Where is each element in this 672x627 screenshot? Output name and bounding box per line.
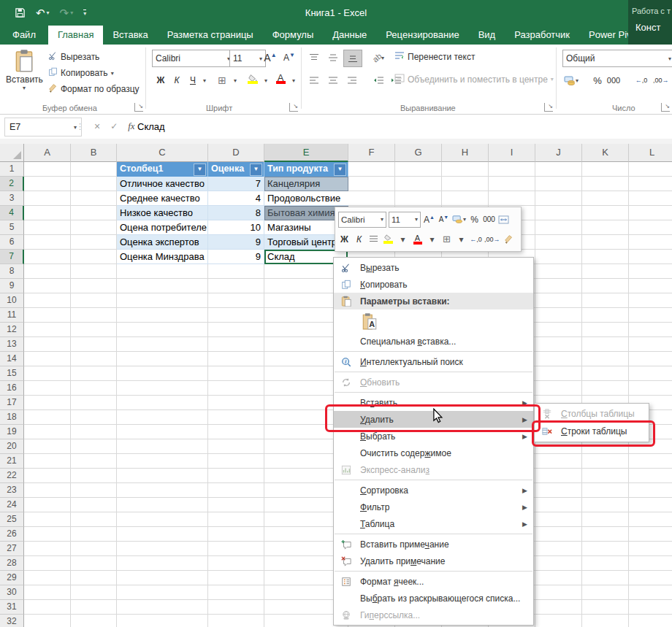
row-header-11[interactable]: 11 [0, 308, 24, 323]
tab-разработчик[interactable]: Разработчик [505, 26, 579, 45]
context-menu-item-copy[interactable]: Копировать [334, 276, 533, 293]
context-menu-item-insert[interactable]: Вставить▶ [334, 394, 533, 411]
tab-разметка-страницы[interactable]: Разметка страницы [158, 26, 263, 45]
row-header-25[interactable]: 25 [0, 512, 24, 527]
context-menu-item-sort[interactable]: Сортировка▶ [334, 482, 533, 499]
row-header-1[interactable]: 1 [0, 162, 24, 177]
mini-font-name-combo[interactable]: Calibri▾ [338, 212, 386, 228]
enter-icon[interactable]: ✓ [110, 121, 118, 131]
row-header-21[interactable]: 21 [0, 454, 24, 469]
row-header-29[interactable]: 29 [0, 571, 24, 585]
row-header-28[interactable]: 28 [0, 556, 24, 571]
clipboard-dialog-launcher-icon[interactable]: ↘ [134, 103, 143, 112]
tab-главная[interactable]: Главная [48, 26, 103, 45]
context-menu-item-insert-comment[interactable]: Вставить примечание [334, 536, 533, 553]
row-header-22[interactable]: 22 [0, 469, 24, 483]
align-center-button[interactable] [324, 72, 342, 88]
bold-button[interactable]: Ж [152, 72, 169, 88]
alignment-dialog-launcher-icon[interactable]: ↘ [544, 103, 553, 112]
customize-qat-button[interactable]: ▾ [83, 9, 86, 17]
row-header-17[interactable]: 17 [0, 396, 24, 410]
mini-bold-button[interactable]: Ж [338, 232, 351, 247]
column-header-a[interactable]: A [24, 144, 71, 162]
mini-percent-button[interactable]: % [468, 212, 481, 227]
mini-comma-button[interactable]: 000 [483, 212, 495, 227]
mini-decrease-font-button[interactable]: А▼ [438, 212, 450, 227]
italic-button[interactable]: К [168, 72, 186, 88]
decrease-indent-button[interactable] [370, 72, 387, 88]
table-cell[interactable]: Среднее качество [117, 191, 208, 206]
tab-формулы[interactable]: Формулы [263, 26, 324, 45]
align-right-button[interactable] [343, 72, 361, 88]
filter-dropdown-icon[interactable]: ▼ [250, 164, 262, 176]
tab-рецензирование[interactable]: Рецензирование [376, 26, 468, 45]
row-header-10[interactable]: 10 [0, 293, 24, 308]
cut-button[interactable]: Вырезать [48, 51, 99, 63]
row-header-14[interactable]: 14 [0, 352, 24, 366]
mini-increase-decimal-button[interactable]: ←,0 [470, 232, 482, 247]
insert-function-icon[interactable]: fx [128, 120, 134, 132]
accounting-format-button[interactable]: ▾ [562, 72, 580, 88]
row-header-7[interactable]: 7 [0, 250, 24, 264]
column-header-k[interactable]: K [582, 144, 629, 162]
context-menu-item-pick-from-list[interactable]: Выбрать из раскрывающегося списка... [334, 590, 533, 607]
mini-italic-button[interactable]: К [353, 232, 365, 247]
row-header-6[interactable]: 6 [0, 235, 24, 250]
row-header-27[interactable]: 27 [0, 542, 24, 556]
filter-dropdown-icon[interactable]: ▼ [194, 164, 206, 176]
table-cell[interactable]: 8 [208, 206, 264, 220]
increase-decimal-button[interactable]: ←,0 [633, 72, 650, 88]
row-header-16[interactable]: 16 [0, 381, 24, 396]
number-dialog-launcher-icon[interactable]: ↘ [661, 103, 670, 112]
column-header-h[interactable]: H [442, 144, 489, 162]
table-cell[interactable]: Оцена потребителе [117, 220, 208, 235]
select-all-button[interactable] [0, 144, 24, 162]
column-header-i[interactable]: I [489, 144, 535, 162]
row-header-19[interactable]: 19 [0, 425, 24, 439]
row-header-2[interactable]: 2 [0, 177, 24, 191]
row-header-30[interactable]: 30 [0, 585, 24, 600]
number-format-combo[interactable]: Общий▾ [562, 50, 672, 67]
row-header-13[interactable]: 13 [0, 337, 24, 352]
font-size-combo[interactable]: 11▾ [229, 50, 266, 67]
row-header-5[interactable]: 5 [0, 220, 24, 235]
column-header-b[interactable]: B [71, 144, 117, 162]
mini-merge-center-icon[interactable] [497, 212, 510, 227]
table-cell[interactable]: 9 [208, 250, 264, 264]
row-header-26[interactable]: 26 [0, 527, 24, 542]
row-header-24[interactable]: 24 [0, 498, 24, 512]
font-dialog-launcher-icon[interactable]: ↘ [289, 103, 298, 112]
format-painter-button[interactable]: Формат по образцу [48, 83, 140, 95]
cancel-icon[interactable]: × [94, 120, 100, 132]
name-box[interactable]: E7 ▾ [4, 118, 82, 136]
mini-format-painter-icon[interactable] [503, 232, 515, 247]
mini-borders-dropdown-icon[interactable]: ▾ [455, 232, 467, 247]
context-menu-item-format-cells[interactable]: Формат ячеек... [334, 573, 533, 590]
tab-constructor[interactable]: Конст [635, 22, 672, 33]
mini-font-size-combo[interactable]: 11▾ [389, 212, 421, 228]
context-menu-item-smart-lookup[interactable]: iИнтеллектуальный поиск [334, 353, 533, 370]
column-header-e[interactable]: E [264, 144, 348, 162]
context-menu-item-clear-contents[interactable]: Очистить содержимое [334, 445, 533, 461]
align-top-button[interactable] [305, 50, 323, 66]
column-header-l[interactable]: L [629, 144, 672, 162]
underline-dropdown-icon[interactable]: ▾ [196, 72, 213, 88]
row-header-12[interactable]: 12 [0, 323, 24, 337]
font-name-combo[interactable]: Calibri▾ [152, 50, 234, 67]
table-cell[interactable]: 9 [208, 235, 264, 250]
row-header-18[interactable]: 18 [0, 410, 24, 425]
row-header-9[interactable]: 9 [0, 279, 24, 293]
mini-fill-color-dropdown-icon[interactable]: ▾ [397, 232, 409, 247]
wrap-text-button[interactable]: Перенести текст [394, 51, 475, 62]
mini-decrease-decimal-button[interactable]: ,00→ [484, 232, 500, 247]
tab-данные[interactable]: Данные [323, 26, 376, 45]
mini-accounting-icon[interactable]: ▾ [452, 212, 466, 227]
mini-fill-color-button[interactable] [382, 232, 394, 247]
table-cell[interactable]: 10 [208, 220, 264, 235]
formula-input[interactable]: Склад [137, 118, 165, 135]
row-header-32[interactable]: 32 [0, 615, 24, 627]
table-cell[interactable]: Оценка экспертов [117, 235, 208, 250]
table-cell[interactable]: Оценка Минздрава [117, 250, 208, 264]
context-menu-item-filter[interactable]: Фильтр▶ [334, 499, 533, 515]
row-header-31[interactable]: 31 [0, 600, 24, 615]
